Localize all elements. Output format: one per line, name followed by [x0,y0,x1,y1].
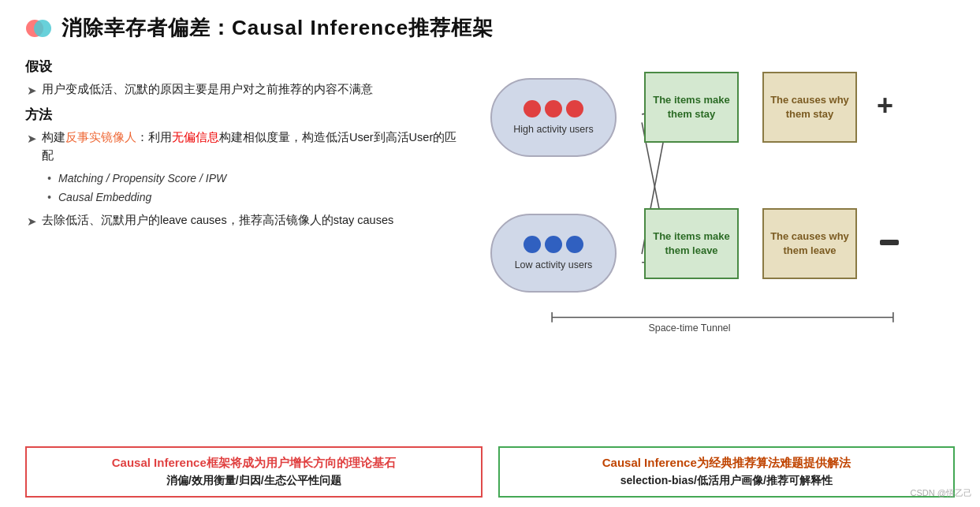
box-items-leave-text: The items make them leave [650,229,732,258]
header-icon [25,15,52,42]
circle-red-3 [566,100,583,117]
minus-sign [875,228,904,256]
circle-red-2 [545,100,562,117]
high-activity-node: High activity users [490,78,617,157]
bottom-right-sub: selection-bias/低活用户画像/推荐可解释性 [514,474,940,488]
box-items-leave-inner: The items make them leave [644,208,739,279]
low-activity-label: Low activity users [515,259,593,270]
sub-bullet-2: Causal Embedding [47,188,468,207]
sub-bullet-1: Matching / Propensity Score / IPW [47,170,468,188]
header: 消除幸存者偏差：Causal Inference推荐框架 [25,14,955,42]
box-causes-leave-inner: The causes why them leave [762,208,857,279]
circle-red-1 [524,100,541,117]
method-item-1: ➤ 构建反事实镜像人：利用无偏信息构建相似度量，构造低活User到高活User的… [25,129,468,164]
method-item1-prefix: 构建 [42,131,65,144]
method-item1-red1: 反事实镜像人 [65,131,136,144]
bottom-left-sub: 消偏/效用衡量/归因/生态公平性问题 [41,474,467,488]
left-panel: 假设 ➤ 用户变成低活、沉默的原因主要是用户对之前推荐的内容不满意 方法 ➤ 构… [25,56,483,432]
arrow-icon-2: ➤ [27,129,37,147]
right-panel: High activity users Low activity users T… [483,56,955,432]
circle-blue-3 [566,236,583,253]
bottom-section: Causal Inference框架将成为用户增长方向的理论基石 消偏/效用衡量… [25,446,955,498]
box-items-leave: The items make them leave [644,208,739,279]
bottom-left-title: Causal Inference框架将成为用户增长方向的理论基石 [41,456,467,471]
high-activity-label: High activity users [513,124,593,135]
watermark: CSDN @悟乙己 [911,487,972,499]
high-circles [524,100,583,117]
assumption-title: 假设 [25,58,468,76]
arrow-icon: ➤ [27,81,37,99]
arrow-icon-3: ➤ [27,212,37,230]
sub-bullets: Matching / Propensity Score / IPW Causal… [47,170,468,207]
circle-blue-1 [524,236,541,253]
bottom-box-left: Causal Inference框架将成为用户增长方向的理论基石 消偏/效用衡量… [25,446,483,498]
method-title: 方法 [25,106,468,124]
box-causes-leave: The causes why them leave [762,208,857,279]
content-area: 假设 ➤ 用户变成低活、沉默的原因主要是用户对之前推荐的内容不满意 方法 ➤ 构… [25,56,955,432]
method-item2-text: 去除低活、沉默用户的leave causes，推荐高活镜像人的stay caus… [42,211,393,229]
method-section: 方法 ➤ 构建反事实镜像人：利用无偏信息构建相似度量，构造低活User到高活Us… [25,106,468,230]
box-items-stay: The items make them stay [644,72,739,143]
box-causes-stay-text: The causes why them stay [769,93,851,121]
assumption-item: ➤ 用户变成低活、沉默的原因主要是用户对之前推荐的内容不满意 [25,80,468,99]
tunnel-label: Space-time Tunnel [514,320,865,334]
low-circles [524,236,583,253]
plus-sign: + [877,89,893,122]
box-causes-stay-inner: The causes why them stay [762,72,857,143]
page-title: 消除幸存者偏差：Causal Inference推荐框架 [61,14,494,42]
main-container: 消除幸存者偏差：Causal Inference推荐框架 假设 ➤ 用户变成低活… [0,0,980,507]
diagram-container: High activity users Low activity users T… [490,56,955,356]
method-item1-content: 构建反事实镜像人：利用无偏信息构建相似度量，构造低活User到高活User的匹配 [42,129,468,164]
box-items-stay-inner: The items make them stay [644,72,739,143]
box-causes-leave-text: The causes why them leave [769,229,851,258]
bottom-box-right: Causal Inference为经典推荐算法难题提供解法 selection-… [498,446,956,498]
assumption-text: 用户变成低活、沉默的原因主要是用户对之前推荐的内容不满意 [42,80,373,98]
circle-blue-2 [545,236,562,253]
tunnel-section: Space-time Tunnel [514,320,865,334]
method-item-2: ➤ 去除低活、沉默用户的leave causes，推荐高活镜像人的stay ca… [25,211,468,230]
svg-point-1 [34,20,51,37]
minus-bar [880,240,899,245]
low-activity-node: Low activity users [490,214,617,293]
box-items-stay-text: The items make them stay [650,93,732,121]
method-item1-red2: 无偏信息 [172,131,219,144]
box-causes-stay: The causes why them stay [762,72,857,143]
method-item1-mid: ：利用 [136,131,172,144]
bottom-right-title: Causal Inference为经典推荐算法难题提供解法 [514,456,940,471]
